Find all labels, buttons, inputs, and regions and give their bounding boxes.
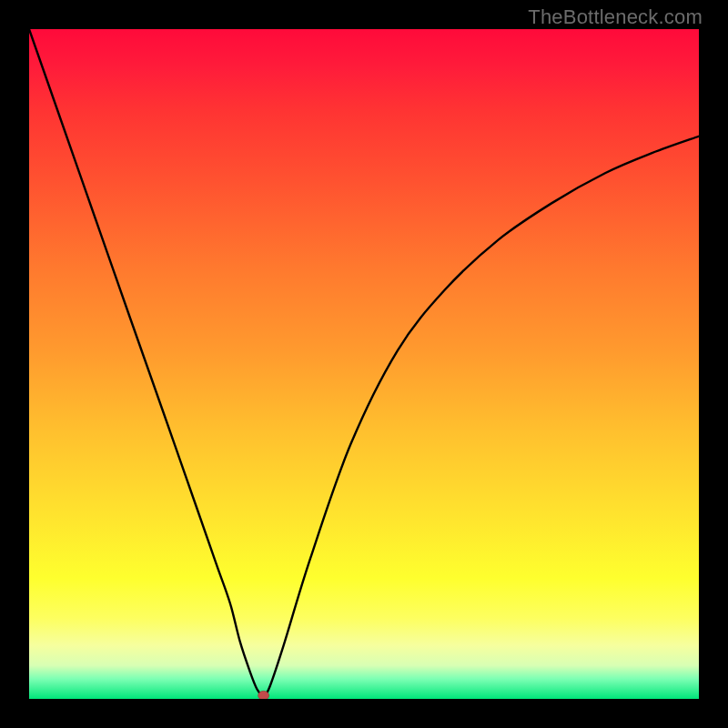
bottleneck-curve [29,29,699,699]
chart-frame: TheBottleneck.com [0,0,728,728]
watermark: TheBottleneck.com [528,5,703,29]
minimum-marker [258,691,269,699]
plot-area [29,29,699,699]
